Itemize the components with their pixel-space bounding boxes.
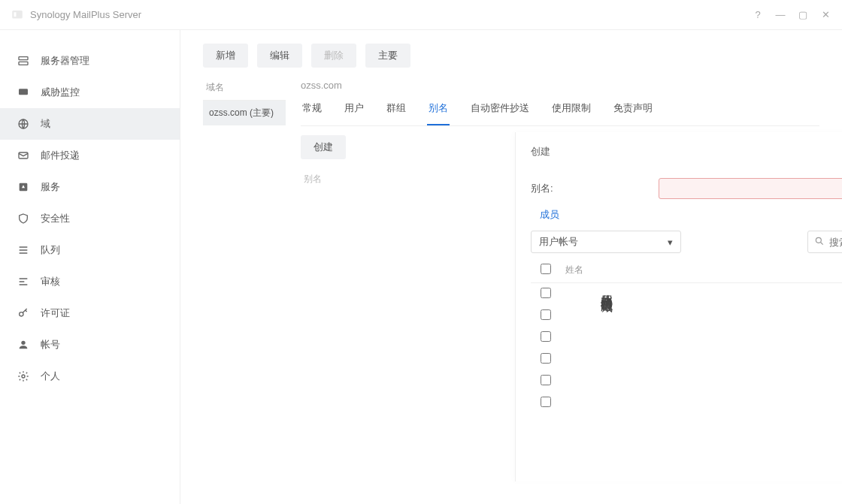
tab-usage-limit[interactable]: 使用限制 [550, 101, 592, 125]
svg-rect-4 [19, 89, 28, 95]
table-row[interactable]: 正常 [531, 414, 842, 415]
add-button[interactable]: 新增 [203, 44, 248, 68]
table-row[interactable]: 已停用 [531, 327, 842, 349]
svg-rect-2 [19, 57, 28, 60]
alias-input[interactable] [659, 178, 842, 199]
members-table: 姓名 DSM 状态 正常已停用已停用正常正常正常正常 [531, 258, 842, 415]
search-icon [814, 236, 825, 249]
detail-tabs: 常规 用户 群组 别名 自动密件抄送 使用限制 免责声明 [301, 101, 819, 126]
sidebar-item-domain[interactable]: 域 [0, 108, 180, 140]
members-link[interactable]: 成员 [531, 205, 842, 228]
sidebar-item-audit[interactable]: 审核 [0, 266, 180, 297]
sidebar-item-label: 邮件投递 [41, 149, 80, 162]
sidebar-item-server-mgmt[interactable]: 服务器管理 [0, 45, 180, 77]
sidebar: 服务器管理 威胁监控 域 邮件投递 服务 安全性 队列 审核 [0, 30, 180, 504]
col-name: 姓名 [561, 258, 842, 283]
globe-icon [17, 117, 30, 131]
detail-title: ozss.com [301, 75, 819, 101]
row-checkbox[interactable] [541, 375, 551, 385]
close-window-icon[interactable]: ✕ [819, 9, 831, 21]
sidebar-item-label: 队列 [41, 243, 60, 257]
tab-aliases[interactable]: 别名 [427, 101, 450, 125]
service-icon [17, 180, 30, 194]
tab-users[interactable]: 用户 [343, 101, 365, 125]
name-hidden-overlay: 此处用户名已被隐藏 [598, 285, 614, 291]
select-value: 用户帐号 [539, 235, 578, 249]
sidebar-item-label: 安全性 [41, 212, 70, 225]
tab-general[interactable]: 常规 [301, 101, 323, 125]
sidebar-item-label: 许可证 [41, 306, 70, 320]
edit-button[interactable]: 编辑 [257, 44, 302, 68]
audit-icon [17, 275, 30, 288]
domain-toolbar: 新增 编辑 删除 主要 [203, 44, 819, 68]
app-logo-icon [11, 8, 24, 22]
row-name [561, 349, 842, 370]
tab-auto-bcc[interactable]: 自动密件抄送 [469, 101, 531, 125]
sidebar-item-mail-delivery[interactable]: 邮件投递 [0, 140, 180, 171]
sidebar-item-label: 威胁监控 [41, 86, 80, 99]
queue-icon [17, 243, 30, 257]
svg-point-11 [816, 237, 821, 243]
row-checkbox[interactable] [541, 309, 551, 320]
search-box[interactable] [807, 231, 842, 253]
sidebar-item-queue[interactable]: 队列 [0, 234, 180, 266]
sidebar-item-label: 帐号 [41, 338, 60, 352]
row-checkbox[interactable] [541, 397, 551, 407]
sidebar-item-security[interactable]: 安全性 [0, 203, 180, 234]
row-checkbox[interactable] [541, 331, 551, 342]
modal-title: 创建 [531, 145, 842, 158]
mail-icon [17, 149, 30, 162]
sidebar-item-label: 域 [41, 117, 50, 131]
svg-point-8 [20, 312, 23, 316]
sidebar-item-label: 审核 [41, 275, 60, 288]
svg-point-9 [21, 341, 25, 345]
row-name [561, 392, 842, 414]
table-row[interactable]: 正常 [531, 392, 842, 414]
row-name [561, 414, 842, 415]
tab-groups[interactable]: 群组 [385, 101, 407, 125]
table-row[interactable]: 已停用 [531, 305, 842, 327]
primary-button[interactable]: 主要 [365, 44, 410, 68]
domain-list-item[interactable]: ozss.com (主要) [203, 101, 286, 125]
server-icon [17, 54, 30, 68]
row-checkbox[interactable] [541, 288, 551, 298]
select-all-checkbox[interactable] [541, 264, 551, 274]
domain-list-header: 域名 [203, 75, 286, 101]
svg-point-10 [22, 375, 25, 378]
svg-rect-1 [14, 12, 17, 17]
table-row[interactable]: 正常 [531, 370, 842, 392]
svg-rect-3 [19, 62, 28, 65]
sidebar-item-account[interactable]: 帐号 [0, 329, 180, 361]
row-name [561, 370, 842, 392]
sidebar-item-threat[interactable]: 威胁监控 [0, 77, 180, 108]
key-icon [17, 306, 30, 320]
alias-label: 别名: [531, 182, 659, 195]
help-icon[interactable]: ? [752, 9, 764, 21]
sidebar-item-license[interactable]: 许可证 [0, 297, 180, 329]
row-name [561, 327, 842, 349]
window-title: Synology MailPlus Server [30, 9, 741, 20]
maximize-icon[interactable]: ▢ [797, 9, 809, 21]
row-name [561, 305, 842, 327]
account-icon [17, 338, 30, 352]
table-row[interactable]: 正常 [531, 349, 842, 370]
create-alias-modal: 创建 ✕ 别名: i 成员 用户帐号 ▾ [515, 132, 842, 481]
search-input[interactable] [829, 237, 842, 248]
create-alias-button[interactable]: 创建 [301, 135, 346, 159]
sidebar-item-label: 服务器管理 [41, 54, 89, 68]
sidebar-item-label: 服务 [41, 180, 60, 194]
delete-button: 删除 [311, 44, 356, 68]
gear-icon [17, 370, 30, 383]
sidebar-item-label: 个人 [41, 370, 60, 383]
tab-disclaimer[interactable]: 免责声明 [612, 101, 654, 125]
shield-monitor-icon [17, 86, 30, 99]
security-icon [17, 212, 30, 225]
minimize-icon[interactable]: — [774, 9, 786, 21]
table-row[interactable]: 正常 [531, 283, 842, 306]
row-checkbox[interactable] [541, 353, 551, 364]
account-type-select[interactable]: 用户帐号 ▾ [531, 231, 681, 253]
chevron-down-icon: ▾ [668, 237, 673, 248]
sidebar-item-service[interactable]: 服务 [0, 171, 180, 203]
sidebar-item-personal[interactable]: 个人 [0, 361, 180, 392]
svg-rect-0 [12, 11, 23, 19]
